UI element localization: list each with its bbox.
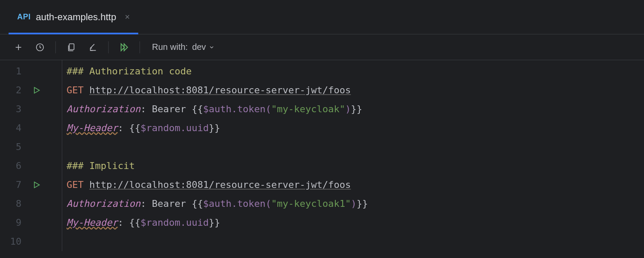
- toolbar-separator: [108, 41, 109, 53]
- toolbar: Run with: dev: [0, 34, 644, 60]
- token-var: $auth.token(: [203, 104, 271, 114]
- code-area[interactable]: ### Authorization codeGET http://localho…: [62, 60, 368, 251]
- tab-filename: auth-examples.http: [36, 12, 116, 23]
- code-line[interactable]: ### Authorization code: [67, 62, 368, 81]
- import-button[interactable]: [85, 40, 100, 55]
- token-brace: }}: [351, 104, 362, 114]
- line-number: 6: [0, 157, 30, 175]
- token-url: http://localhost:8081/resource-server-jw…: [89, 85, 351, 95]
- token-brace: {{: [191, 198, 203, 209]
- close-icon[interactable]: ×: [125, 12, 130, 22]
- token-brace: }}: [209, 217, 220, 228]
- token-text: : Bearer: [140, 198, 191, 209]
- code-line[interactable]: Authorization: Bearer {{$auth.token("my-…: [67, 100, 368, 119]
- svg-marker-7: [34, 87, 39, 93]
- line-number: 3: [0, 100, 30, 119]
- gutter-line: 8: [0, 194, 62, 213]
- token-brace: }}: [209, 123, 220, 133]
- token-var: $random.uuid: [140, 123, 209, 133]
- tab-auth-examples[interactable]: API auth-examples.http ×: [9, 0, 138, 34]
- code-line[interactable]: [67, 232, 368, 251]
- svg-marker-8: [34, 182, 39, 187]
- token-url: http://localhost:8081/resource-server-jw…: [89, 179, 351, 190]
- editor[interactable]: 12345678910 ### Authorization codeGET ht…: [0, 60, 644, 251]
- token-brace: }}: [357, 198, 368, 209]
- token-var: $random.uuid: [140, 217, 209, 228]
- token-hkeyw: My-Header: [67, 123, 118, 133]
- token-text: : Bearer: [140, 104, 191, 114]
- token-var: ): [351, 198, 356, 209]
- gutter-line: 1: [0, 62, 62, 81]
- token-str: "my-keycloak": [271, 104, 345, 114]
- token-sep: ###: [67, 160, 89, 171]
- token-hkey: Authorization: [67, 104, 140, 114]
- line-number: 4: [0, 119, 30, 138]
- gutter-line: 5: [0, 138, 62, 157]
- environment-dropdown[interactable]: dev: [192, 42, 214, 52]
- token-var: $auth.token(: [203, 198, 271, 209]
- environment-name: dev: [192, 42, 206, 52]
- token-hkeyw: My-Header: [67, 217, 118, 228]
- token-hkey: Authorization: [67, 198, 140, 209]
- token-str: "my-keycloak1": [271, 198, 351, 209]
- token-sep: ###: [67, 66, 89, 77]
- api-file-icon: API: [17, 12, 31, 22]
- code-line[interactable]: [67, 138, 368, 157]
- history-button[interactable]: [32, 40, 48, 55]
- line-number: 8: [0, 194, 30, 213]
- code-line[interactable]: GET http://localhost:8081/resource-serve…: [67, 175, 368, 194]
- line-number: 1: [0, 62, 30, 81]
- code-line[interactable]: My-Header: {{$random.uuid}}: [67, 213, 368, 232]
- code-line[interactable]: ### Implicit: [67, 157, 368, 175]
- gutter-line: 3: [0, 100, 62, 119]
- token-brace: {{: [129, 123, 141, 133]
- gutter: 12345678910: [0, 60, 62, 251]
- gutter-line: 4: [0, 119, 62, 138]
- code-line[interactable]: GET http://localhost:8081/resource-serve…: [67, 81, 368, 100]
- run-with-group: Run with: dev: [152, 42, 215, 52]
- token-text: :: [118, 217, 129, 228]
- code-line[interactable]: Authorization: Bearer {{$auth.token("my-…: [67, 194, 368, 213]
- run-with-label: Run with:: [152, 42, 188, 52]
- token-brace: {{: [191, 104, 203, 114]
- line-number: 7: [0, 175, 30, 194]
- gutter-line: 7: [0, 175, 62, 194]
- code-line[interactable]: My-Header: {{$random.uuid}}: [67, 119, 368, 138]
- token-text: :: [118, 123, 129, 133]
- chevron-down-icon: [209, 44, 215, 50]
- token-sep: Implicit: [89, 160, 135, 171]
- svg-rect-3: [69, 43, 74, 49]
- gutter-line: 10: [0, 232, 62, 251]
- run-line-icon[interactable]: [30, 181, 43, 189]
- run-all-button[interactable]: [116, 40, 132, 55]
- token-method: GET: [67, 179, 89, 190]
- token-brace: {{: [129, 217, 141, 228]
- line-number: 5: [0, 138, 30, 157]
- run-line-icon[interactable]: [30, 86, 43, 95]
- line-number: 2: [0, 81, 30, 100]
- line-number: 9: [0, 213, 30, 232]
- toolbar-separator: [140, 41, 140, 53]
- gutter-line: 2: [0, 81, 62, 100]
- token-method: GET: [67, 85, 89, 95]
- gutter-line: 6: [0, 157, 62, 175]
- toolbar-separator: [55, 41, 56, 53]
- add-request-button[interactable]: [11, 40, 26, 55]
- gutter-line: 9: [0, 213, 62, 232]
- line-number: 10: [0, 232, 30, 251]
- tab-bar: API auth-examples.http ×: [0, 0, 644, 34]
- token-sep: Authorization code: [89, 66, 191, 77]
- examples-button[interactable]: [64, 40, 79, 55]
- token-var: ): [345, 104, 351, 114]
